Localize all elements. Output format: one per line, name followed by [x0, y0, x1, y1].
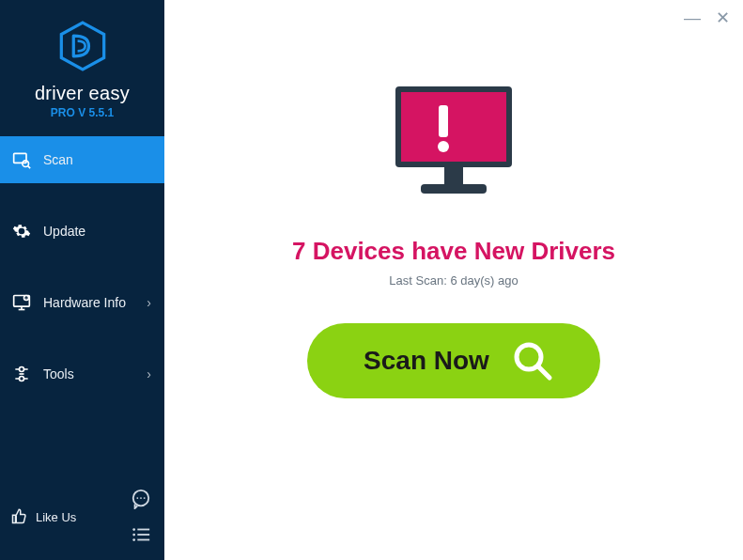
- svg-point-16: [132, 528, 135, 531]
- svg-rect-26: [444, 167, 463, 186]
- nav: Scan Update i Hardware Info ›: [0, 136, 164, 422]
- svg-point-10: [20, 377, 24, 381]
- svg-rect-27: [421, 184, 487, 194]
- like-us-button[interactable]: Like Us: [11, 507, 76, 527]
- chevron-right-icon: ›: [147, 366, 151, 381]
- svg-rect-24: [439, 105, 448, 137]
- tools-icon: [11, 364, 32, 384]
- scan-now-label: Scan Now: [364, 346, 489, 376]
- gear-icon: [11, 221, 32, 241]
- sidebar: driver easy PRO V 5.5.1 Scan Update: [0, 0, 164, 560]
- brand-name: driver easy: [35, 83, 130, 104]
- close-button[interactable]: ✕: [716, 9, 730, 26]
- sidebar-footer: Like Us: [0, 477, 164, 560]
- brand-version: PRO V 5.5.1: [51, 106, 114, 119]
- svg-marker-0: [61, 23, 103, 70]
- nav-label-tools: Tools: [43, 366, 74, 381]
- logo-block: driver easy PRO V 5.5.1: [0, 0, 164, 136]
- svg-line-29: [538, 366, 550, 378]
- svg-point-15: [144, 497, 146, 499]
- thumbs-up-icon: [11, 507, 28, 527]
- nav-label-scan: Scan: [43, 152, 73, 167]
- svg-point-14: [140, 497, 142, 499]
- svg-rect-11: [13, 515, 16, 522]
- sidebar-bottom-icons: [129, 487, 153, 547]
- logo-icon: [57, 21, 108, 83]
- chat-icon[interactable]: [129, 487, 153, 511]
- nav-label-update: Update: [43, 224, 85, 239]
- chevron-right-icon: ›: [147, 295, 151, 310]
- alert-monitor-icon: [379, 79, 529, 214]
- nav-label-hardware-info: Hardware Info: [43, 295, 126, 310]
- main-panel: — ✕ 7 Devices have New Drivers Last Scan…: [164, 0, 743, 560]
- status-headline: 7 Devices have New Drivers: [292, 237, 615, 266]
- nav-item-scan[interactable]: Scan: [0, 136, 164, 183]
- window-controls: — ✕: [684, 9, 730, 26]
- scan-icon: [11, 149, 32, 170]
- nav-item-hardware-info[interactable]: i Hardware Info ›: [0, 279, 164, 326]
- svg-point-20: [132, 538, 135, 541]
- svg-line-3: [28, 166, 30, 169]
- svg-point-25: [438, 141, 449, 152]
- svg-rect-23: [401, 92, 506, 162]
- svg-point-9: [20, 367, 24, 372]
- menu-list-icon[interactable]: [129, 522, 153, 547]
- svg-point-13: [136, 497, 138, 499]
- svg-text:i: i: [26, 296, 27, 301]
- nav-item-tools[interactable]: Tools ›: [0, 350, 164, 397]
- scan-now-button[interactable]: Scan Now: [307, 323, 600, 398]
- monitor-info-icon: i: [11, 292, 32, 313]
- svg-point-18: [132, 534, 135, 537]
- magnifier-icon: [512, 340, 553, 381]
- like-us-label: Like Us: [36, 510, 76, 524]
- nav-item-update[interactable]: Update: [0, 208, 164, 255]
- minimize-button[interactable]: —: [684, 9, 701, 26]
- last-scan-text: Last Scan: 6 day(s) ago: [389, 273, 518, 288]
